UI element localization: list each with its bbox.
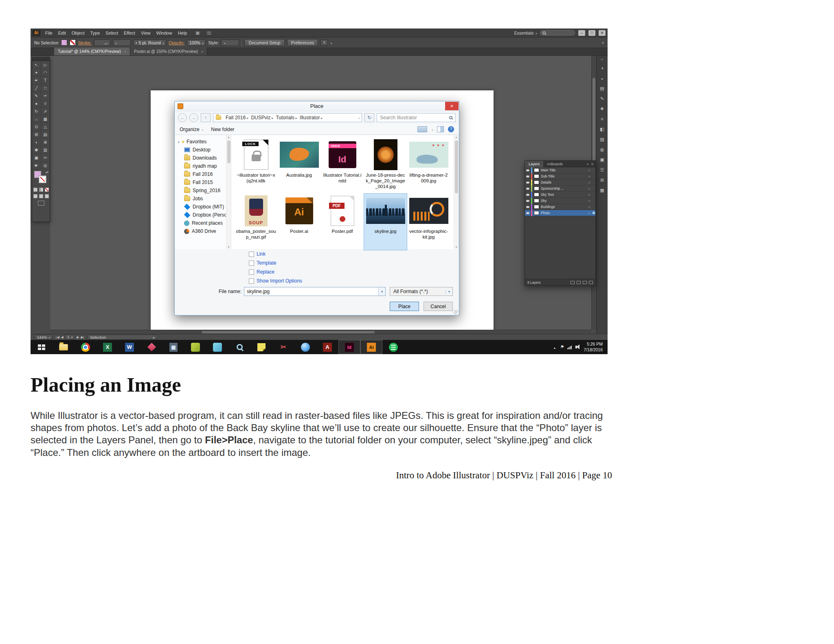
scroll-up-icon[interactable] <box>226 136 231 139</box>
blend-tool[interactable]: ⊕ <box>41 138 50 146</box>
draw-behind-icon[interactable] <box>39 194 43 198</box>
place-button[interactable]: Place <box>390 302 419 311</box>
collapse-panel-icon[interactable] <box>587 162 589 166</box>
sidebar-place[interactable]: Fall 2015 <box>175 178 226 186</box>
office-diamond-icon[interactable] <box>140 340 162 354</box>
preview-pane-icon[interactable] <box>437 126 444 132</box>
sticky-notes-icon[interactable] <box>250 340 272 354</box>
gradient-fill-icon[interactable] <box>39 188 43 192</box>
search-box[interactable] <box>377 113 456 122</box>
file-tile[interactable]: Australia.jpg <box>278 138 320 194</box>
layer-row[interactable]: Sky <box>525 198 595 204</box>
spotify-icon[interactable] <box>382 340 404 354</box>
layer-target-icon[interactable] <box>587 199 592 203</box>
brush-definition-select[interactable]: 5 pt. Round <box>133 39 167 46</box>
file-tile[interactable]: June-18-press-deck_Page_20_Image_0014.jp… <box>364 138 407 194</box>
preferences-button[interactable]: Preferences <box>287 39 318 46</box>
forward-button[interactable] <box>189 113 198 122</box>
up-button[interactable] <box>201 113 211 122</box>
chevron-down-icon[interactable] <box>431 127 433 132</box>
gradient-tool[interactable]: ▤ <box>41 131 50 138</box>
start-button[interactable] <box>31 340 53 354</box>
breadcrumb-segment[interactable]: DUSPviz <box>250 115 274 120</box>
calculator-icon[interactable] <box>162 340 184 354</box>
direct-selection-tool[interactable]: ▷ <box>41 61 50 69</box>
graphic-styles-panel-icon[interactable]: ▣ <box>598 156 607 164</box>
visibility-eye-icon[interactable] <box>525 180 531 186</box>
help-icon[interactable] <box>448 126 454 132</box>
selection-tool[interactable]: ↖ <box>32 61 41 69</box>
scale-tool[interactable]: ⇗ <box>41 107 50 115</box>
file-tile[interactable]: skyline.jpg <box>364 194 407 250</box>
sidebar-place[interactable]: Desktop <box>175 146 226 154</box>
scroll-down-icon[interactable] <box>226 245 231 249</box>
autocad-icon[interactable]: A <box>316 340 338 354</box>
layer-target-icon[interactable] <box>587 181 592 184</box>
make-clipping-mask-icon[interactable] <box>571 281 575 284</box>
zoom-level-select[interactable]: 144% <box>35 335 53 340</box>
hand-tool[interactable]: ☛ <box>32 162 41 169</box>
excel-icon[interactable]: X <box>97 340 119 354</box>
scroll-thumb[interactable] <box>455 140 458 193</box>
breadcrumb-segment[interactable]: Tutorials <box>275 115 298 120</box>
stroke-color-swatch[interactable] <box>70 39 76 46</box>
word-icon[interactable]: W <box>119 340 140 354</box>
file-explorer-icon[interactable] <box>53 340 75 354</box>
filename-dropdown-icon[interactable] <box>378 287 385 296</box>
arrange-documents-icon[interactable] <box>205 30 213 36</box>
visibility-eye-icon[interactable] <box>525 173 531 180</box>
layer-target-icon[interactable] <box>587 205 592 209</box>
refresh-button[interactable] <box>364 113 374 122</box>
panel-align-icon[interactable] <box>602 41 604 45</box>
text-controls-icon[interactable] <box>320 39 328 46</box>
pencil-tool[interactable]: ✑ <box>41 92 50 100</box>
symbol-sprayer-tool[interactable]: ✽ <box>32 146 41 154</box>
address-bar[interactable]: Fall 2016 DUSPviz Tutorials Illustrator <box>213 113 362 122</box>
file-tile[interactable]: lifting-a-dreamer-2009.jpg <box>407 138 450 194</box>
pen-tool[interactable]: ✒ <box>32 77 41 84</box>
magic-wand-tool[interactable]: ✦ <box>32 69 41 77</box>
links-panel-icon[interactable]: ▦ <box>598 186 607 194</box>
line-segment-tool[interactable]: ╱ <box>32 84 41 92</box>
column-graph-tool[interactable]: ▥ <box>41 146 50 154</box>
tab-artboards[interactable]: Artboards <box>543 161 566 167</box>
document-tab-tutorial[interactable]: Tutorial* @ 144% (CMYK/Preview) × <box>54 48 130 55</box>
horizontal-scrollbar[interactable] <box>50 330 591 334</box>
screen-mode-button[interactable] <box>38 201 44 206</box>
close-button[interactable]: ✕ <box>599 30 606 36</box>
dialog-close-button[interactable] <box>445 102 459 110</box>
paint-app-icon[interactable] <box>184 340 206 354</box>
sidebar-place[interactable]: Downloads <box>175 154 226 162</box>
free-transform-tool[interactable]: ▦ <box>41 115 50 123</box>
color-panel-icon[interactable]: ◑ <box>598 64 607 72</box>
checkbox[interactable] <box>249 269 254 275</box>
sidebar-scrollbar[interactable] <box>226 135 231 249</box>
opacity-panel-link[interactable]: Opacity: <box>169 40 184 45</box>
visibility-eye-icon[interactable] <box>525 210 531 216</box>
menu-item[interactable]: Type <box>88 28 103 37</box>
change-view-icon[interactable] <box>417 126 427 132</box>
illustrator-icon[interactable]: Ai <box>360 340 382 354</box>
scroll-thumb[interactable] <box>227 140 230 163</box>
menu-item[interactable]: Effect <box>121 28 138 37</box>
menu-item[interactable]: Object <box>69 28 88 37</box>
tab-layers[interactable]: Layers <box>525 161 543 167</box>
import-option-checkbox[interactable]: Replace <box>249 269 302 275</box>
chevron-down-icon[interactable] <box>330 40 332 45</box>
file-format-select[interactable]: All Formats (*.*) <box>390 287 453 296</box>
width-tool[interactable]: ↔ <box>32 115 41 123</box>
action-center-icon[interactable] <box>560 344 564 350</box>
blob-brush-tool[interactable]: ● <box>32 100 41 107</box>
stepper-arrows-icon[interactable] <box>105 40 108 45</box>
new-layer-icon[interactable] <box>583 281 587 284</box>
color-fill-icon[interactable] <box>33 188 37 192</box>
gradient-panel-icon[interactable]: ◧ <box>598 125 607 133</box>
breadcrumb-segment[interactable]: Fall 2016 <box>225 115 249 120</box>
eyedropper-tool[interactable]: ◗ <box>32 138 41 146</box>
panel-menu-icon[interactable] <box>591 162 593 166</box>
organize-menu[interactable]: Organize <box>180 127 203 132</box>
sidebar-place[interactable]: Recent places <box>175 219 226 227</box>
import-option-checkbox[interactable]: Show Import Options <box>249 278 302 284</box>
filename-combo[interactable] <box>244 287 386 296</box>
shape-builder-tool[interactable]: ⊙ <box>32 123 41 131</box>
